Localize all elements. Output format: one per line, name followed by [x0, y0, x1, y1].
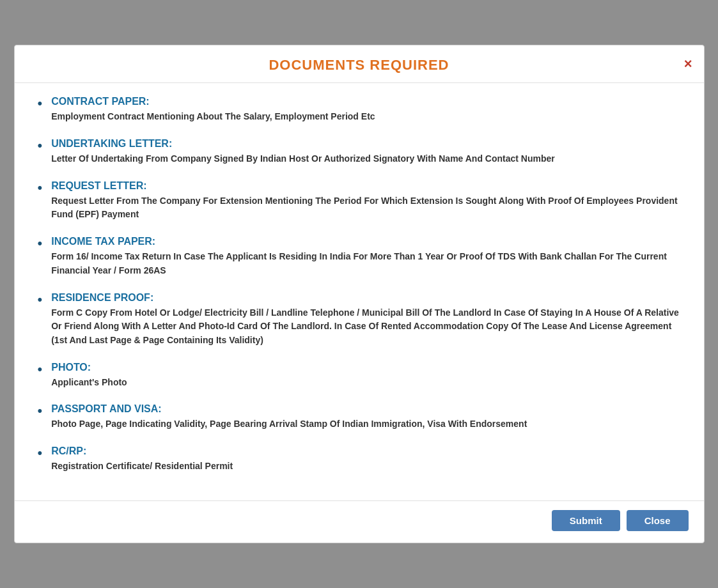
bullet-icon: •	[38, 137, 43, 155]
doc-desc-income-tax-paper: Form 16/ Income Tax Return In Case The A…	[51, 250, 680, 277]
bullet-icon: •	[38, 402, 43, 421]
list-item: •PHOTO:Applicant's Photo	[38, 362, 681, 390]
doc-title-rc-rp: RC/RP:	[51, 445, 680, 457]
list-item: •CONTRACT PAPER:Employment Contract Ment…	[38, 96, 681, 124]
doc-content-contract-paper: CONTRACT PAPER:Employment Contract Menti…	[51, 96, 680, 124]
bullet-icon: •	[38, 444, 43, 463]
modal-container: DOCUMENTS REQUIRED × •CONTRACT PAPER:Emp…	[14, 45, 705, 543]
bullet-icon: •	[38, 95, 43, 113]
doc-desc-residence-proof: Form C Copy From Hotel Or Lodge/ Electri…	[51, 306, 680, 348]
doc-content-residence-proof: RESIDENCE PROOF:Form C Copy From Hotel O…	[51, 292, 680, 348]
modal-body: •CONTRACT PAPER:Employment Contract Ment…	[15, 83, 704, 500]
bullet-icon: •	[38, 235, 43, 253]
doc-title-photo: PHOTO:	[51, 362, 680, 373]
bullet-icon: •	[38, 179, 43, 197]
modal-footer: Submit Close	[15, 500, 704, 543]
doc-content-request-letter: REQUEST LETTER:Request Letter From The C…	[51, 180, 680, 222]
close-button[interactable]: Close	[627, 510, 689, 531]
doc-content-undertaking-letter: UNDERTAKING LETTER:Letter Of Undertaking…	[51, 138, 680, 166]
bullet-icon: •	[38, 291, 43, 309]
doc-title-passport-and-visa: PASSPORT AND VISA:	[51, 403, 680, 415]
document-list: •CONTRACT PAPER:Employment Contract Ment…	[38, 96, 681, 473]
doc-title-undertaking-letter: UNDERTAKING LETTER:	[51, 138, 680, 150]
doc-content-passport-and-visa: PASSPORT AND VISA:Photo Page, Page Indic…	[51, 403, 680, 431]
list-item: •RESIDENCE PROOF:Form C Copy From Hotel …	[38, 292, 681, 348]
doc-title-request-letter: REQUEST LETTER:	[51, 180, 680, 192]
list-item: •RC/RP:Registration Certificate/ Residen…	[38, 445, 681, 474]
doc-desc-contract-paper: Employment Contract Mentioning About The…	[51, 110, 680, 124]
modal-overlay: DOCUMENTS REQUIRED × •CONTRACT PAPER:Emp…	[0, 0, 718, 588]
doc-title-income-tax-paper: INCOME TAX PAPER:	[51, 236, 680, 247]
doc-desc-photo: Applicant's Photo	[51, 376, 680, 390]
close-icon-button[interactable]: ×	[684, 57, 692, 71]
doc-content-photo: PHOTO:Applicant's Photo	[51, 362, 680, 390]
list-item: •REQUEST LETTER:Request Letter From The …	[38, 180, 681, 222]
modal-title: DOCUMENTS REQUIRED	[269, 57, 449, 74]
bullet-icon: •	[38, 360, 43, 379]
doc-title-contract-paper: CONTRACT PAPER:	[51, 96, 680, 107]
list-item: •UNDERTAKING LETTER:Letter Of Undertakin…	[38, 138, 681, 166]
list-item: •INCOME TAX PAPER:Form 16/ Income Tax Re…	[38, 236, 681, 277]
doc-desc-rc-rp: Registration Certificate/ Residential Pe…	[51, 460, 680, 474]
modal-header: DOCUMENTS REQUIRED ×	[15, 45, 704, 83]
doc-desc-undertaking-letter: Letter Of Undertaking From Company Signe…	[51, 152, 680, 166]
doc-content-rc-rp: RC/RP:Registration Certificate/ Resident…	[51, 445, 680, 474]
doc-desc-passport-and-visa: Photo Page, Page Indicating Validity, Pa…	[51, 417, 680, 431]
doc-content-income-tax-paper: INCOME TAX PAPER:Form 16/ Income Tax Ret…	[51, 236, 680, 277]
doc-title-residence-proof: RESIDENCE PROOF:	[51, 292, 680, 304]
doc-desc-request-letter: Request Letter From The Company For Exte…	[51, 194, 680, 222]
list-item: •PASSPORT AND VISA:Photo Page, Page Indi…	[38, 403, 681, 431]
submit-button[interactable]: Submit	[552, 510, 620, 531]
